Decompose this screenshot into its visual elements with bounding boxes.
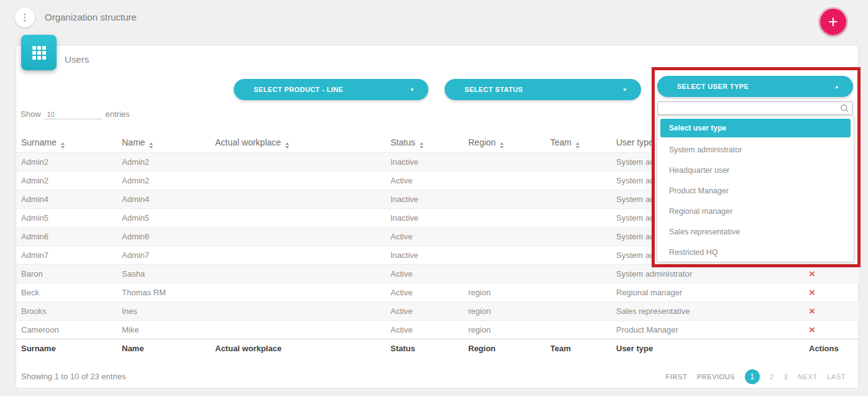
cell-team [545,264,611,283]
cell-region [463,171,545,190]
annotation-highlight-box: SELECT USER TYPE ▲ Select user type Syst… [652,67,861,267]
column-label: Region [468,137,496,147]
kebab-icon: ⋮ [21,12,30,23]
column-header-region[interactable]: Region [463,134,545,152]
pagination-next[interactable]: NEXT [798,373,817,380]
column-header-workplace[interactable]: Actual workplace [210,134,386,152]
cell-team [545,320,611,339]
delete-row-icon[interactable]: × [809,324,815,336]
delete-row-icon[interactable]: × [809,305,815,317]
cell-workplace [210,283,386,302]
option-regional-manager[interactable]: Regional manager [657,201,854,222]
cell-region: region [463,302,545,320]
option-headquarter-user[interactable]: Headquarter user [657,160,854,181]
cell-surname: Brooks [16,302,117,320]
column-label: Team [550,137,571,147]
select-user-type-dropdown[interactable]: SELECT USER TYPE ▲ [657,76,853,97]
cell-name: Thomas RM [117,283,210,302]
cell-user-type: Sales representative [611,302,804,320]
pagination-first[interactable]: FIRST [666,373,687,380]
cell-surname: Admin5 [16,208,117,227]
entries-count-input[interactable] [45,111,102,119]
option-sales-representative[interactable]: Sales representative [657,222,854,242]
users-module-tile[interactable] [21,35,57,70]
cell-team [545,246,611,264]
cell-status: Active [386,171,463,190]
pagination-page-3[interactable]: 3 [784,373,788,380]
cell-name: Admin2 [117,171,210,190]
sort-icon [149,142,153,149]
chevron-down-icon: ▼ [410,87,415,93]
pagination-last[interactable]: LAST [827,373,846,380]
column-header-team[interactable]: Team [545,134,611,152]
cell-region [463,190,545,208]
select-product-line-label: SELECT PRODUCT - LINE [254,86,343,93]
cell-team [545,171,611,190]
plus-icon: + [828,12,838,32]
option-restricted-hq[interactable]: Restricted HQ [657,242,854,263]
cell-region [463,246,545,264]
show-entries-control: Showentries [21,109,130,119]
cell-user-type: Product Manager [611,320,804,339]
column-header-surname[interactable]: Surname [16,134,117,152]
show-entries-prefix: Show [21,109,41,119]
cell-surname: Beck [16,283,117,302]
cell-workplace [210,171,386,190]
cell-name: Admin7 [117,246,210,264]
cell-workplace [210,264,386,283]
cell-status: Active [386,320,463,339]
column-header-status[interactable]: Status [386,134,463,152]
cell-surname: Admin2 [16,171,117,190]
chevron-down-icon: ▼ [622,87,627,93]
sort-icon [61,142,65,149]
sort-icon [285,142,289,149]
table-footer-header-row: Surname Name Actual workplace Status Reg… [16,339,859,357]
select-status-dropdown[interactable]: SELECT STATUS ▼ [445,79,641,100]
add-button[interactable]: + [820,9,846,35]
user-type-search-input[interactable] [660,103,841,115]
cell-surname: Admin7 [16,246,117,264]
cell-name: Admin6 [117,227,210,246]
cell-name: Admin5 [117,208,210,227]
table-status-bar: Showing 1 to 10 of 23 entries FIRST PREV… [16,364,858,389]
column-label: Name [122,137,145,147]
pagination-page-1[interactable]: 1 [745,369,760,384]
cell-team [545,190,611,208]
footer-column-name: Name [117,339,210,357]
delete-row-icon[interactable]: × [809,287,815,298]
cell-status: Active [386,283,463,302]
option-product-manager[interactable]: Product Manager [657,181,854,201]
column-label: User type [616,137,653,147]
pagination-previous[interactable]: PREVIOUS [697,373,735,380]
user-type-search-box [657,101,853,115]
sort-icon [420,142,423,149]
cell-status: Inactive [386,246,463,264]
cell-name: Mike [117,320,210,339]
cell-workplace [210,246,386,264]
delete-row-icon[interactable]: × [809,268,815,280]
footer-column-region: Region [463,339,545,357]
show-entries-suffix: entries [106,109,130,119]
table-row: CameroonMikeActiveregionProduct Manager× [16,320,859,339]
cell-name: Ines [117,302,210,320]
option-system-administrator[interactable]: System administrator [657,140,854,160]
column-header-name[interactable]: Name [117,134,210,152]
option-select-user-type[interactable]: Select user type [660,119,851,137]
menu-button[interactable]: ⋮ [15,7,35,27]
section-title: Users [65,54,89,65]
cell-name: Admin4 [117,190,210,208]
search-icon [840,104,849,113]
cell-region: region [463,283,545,302]
cell-workplace [210,152,386,171]
pagination-page-2[interactable]: 2 [770,373,774,380]
cell-region [463,208,545,227]
page-root: { "window": { "title": "Organization str… [0,0,868,396]
sort-icon [500,142,504,149]
cell-region [463,227,545,246]
select-product-line-dropdown[interactable]: SELECT PRODUCT - LINE ▼ [234,79,428,100]
cell-team [545,208,611,227]
cell-name: Sasha [117,264,210,283]
page-title: Organization structure [45,12,137,22]
cell-team [545,302,611,320]
cell-team [545,227,611,246]
